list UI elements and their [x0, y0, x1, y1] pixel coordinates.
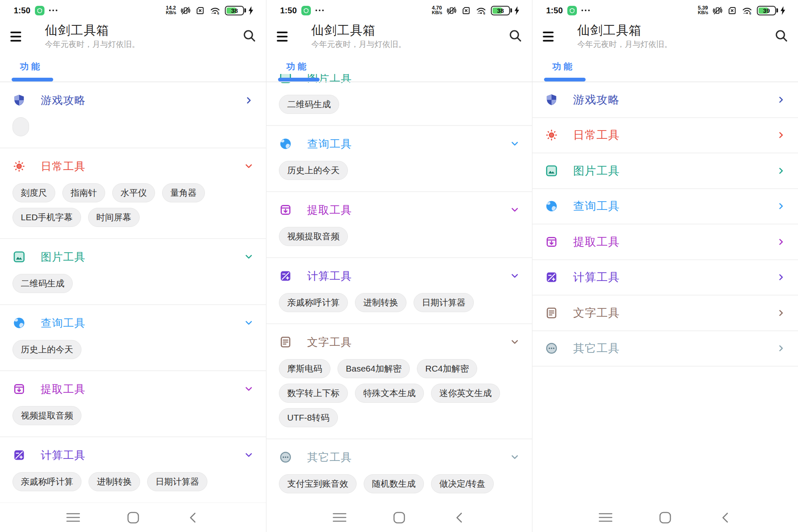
chevron-right-icon	[776, 166, 786, 175]
tool-chip[interactable]: 二维码生成	[279, 95, 339, 114]
home-button[interactable]	[392, 511, 407, 524]
section-header[interactable]: 计算工具	[279, 267, 520, 285]
page-subtitle: 今年元夜时，月与灯依旧。	[45, 39, 140, 50]
page-title: 仙剑工具箱	[45, 22, 140, 38]
tool-chip[interactable]: 视频提取音频	[279, 227, 348, 246]
tool-chip[interactable]: 指南针	[62, 183, 105, 202]
row-text-tools[interactable]: 文字工具	[532, 296, 798, 331]
app-bar: 仙剑工具箱 今年元夜时，月与灯依旧。	[532, 21, 798, 54]
network-speed: 5.39KB/s	[698, 6, 708, 15]
row-image-tools[interactable]: 图片工具	[532, 153, 798, 189]
chevron-right-icon	[776, 202, 786, 211]
screen-3-collapsed: 1:50 5.39KB/s 39 仙剑工具箱 今年元夜时，月与灯依旧。 功能	[532, 0, 798, 532]
row-extract-tools[interactable]: 提取工具	[532, 224, 798, 260]
section-header[interactable]: 其它工具	[279, 448, 520, 466]
tool-chip[interactable]: 做决定/转盘	[431, 474, 494, 493]
chevron-down-icon	[244, 318, 254, 328]
home-button[interactable]	[125, 511, 141, 524]
section-game-guide: 游戏攻略	[0, 82, 266, 148]
tool-chip[interactable]: 迷你英文生成	[431, 384, 500, 403]
section-header[interactable]: 提取工具	[279, 201, 520, 219]
tab-features[interactable]: 功能	[20, 61, 42, 72]
home-button[interactable]	[658, 511, 673, 524]
tool-chip[interactable]: 量角器	[162, 183, 205, 202]
back-button[interactable]	[185, 511, 201, 524]
tool-chip[interactable]: 水平仪	[112, 183, 155, 202]
tool-chip[interactable]: 特殊文本生成	[355, 384, 424, 403]
chevron-right-icon	[776, 308, 786, 318]
screen-2-scrolled: 1:50 4.70KB/s 38 仙剑工具箱 今年元夜时，月与灯依旧。 功能	[266, 0, 532, 532]
tab-features[interactable]: 功能	[286, 61, 309, 72]
tool-chip[interactable]: UTF-8转码	[279, 408, 338, 427]
no-sim-icon	[195, 5, 205, 16]
search-button[interactable]	[508, 28, 523, 43]
tool-chip[interactable]: LED手机字幕	[12, 208, 81, 227]
chevron-down-icon	[510, 337, 520, 347]
chevron-right-icon	[776, 273, 786, 282]
tab-features[interactable]: 功能	[552, 61, 575, 72]
section-label: 图片工具	[41, 250, 86, 264]
row-label: 提取工具	[573, 234, 620, 249]
section-header[interactable]: 文字工具	[279, 333, 520, 351]
recents-button[interactable]	[598, 511, 613, 524]
back-button[interactable]	[717, 511, 733, 524]
sun-icon	[12, 160, 26, 173]
section-header[interactable]: 日常工具	[12, 157, 254, 175]
status-bar: 1:50 4.70KB/s 38	[266, 0, 532, 21]
tool-chip[interactable]: 随机数生成	[364, 474, 424, 493]
tool-chip[interactable]: 历史上的今天	[279, 161, 348, 180]
more-circle-icon	[279, 451, 292, 464]
exposure-icon	[279, 269, 292, 283]
wifi-icon	[209, 5, 221, 16]
section-header[interactable]: 提取工具	[12, 380, 254, 398]
shield-icon	[545, 93, 558, 106]
tool-chip[interactable]: RC4加解密	[417, 359, 477, 378]
section-header[interactable]: 查询工具	[279, 135, 520, 153]
tool-chip[interactable]: 时间屏幕	[88, 208, 140, 227]
tool-chip[interactable]: 历史上的今天	[12, 340, 81, 359]
tool-chip[interactable]: 日期计算器	[147, 472, 207, 491]
section-label: 文字工具	[307, 335, 352, 350]
navigation-bar	[0, 503, 266, 532]
section-header[interactable]: 图片工具	[12, 248, 254, 266]
recents-button[interactable]	[332, 511, 347, 524]
chevron-right-icon	[776, 237, 786, 246]
section-query-tools: 查询工具 历史上的今天	[0, 305, 266, 371]
tool-chip[interactable]: 亲戚称呼计算	[12, 472, 81, 491]
menu-button[interactable]	[543, 32, 554, 42]
tool-chip[interactable]: 进制转换	[89, 472, 140, 491]
tool-chip[interactable]: 日期计算器	[414, 293, 474, 312]
screen-1-expanded: 1:50 14.2KB/s 38 仙剑工具箱 今年元夜时，月与灯依旧。 功能	[0, 0, 266, 532]
page-title: 仙剑工具箱	[577, 22, 672, 38]
clock: 1:50	[14, 6, 30, 15]
search-button[interactable]	[774, 28, 789, 43]
recents-button[interactable]	[65, 511, 81, 524]
row-query-tools[interactable]: 查询工具	[532, 189, 798, 225]
row-daily-tools[interactable]: 日常工具	[532, 118, 798, 154]
tool-chip[interactable]: 亲戚称呼计算	[279, 293, 348, 312]
tool-chip[interactable]: 数字转上下标	[279, 384, 348, 403]
menu-button[interactable]	[10, 32, 21, 42]
tool-chip[interactable]: 进制转换	[355, 293, 406, 312]
tool-chip[interactable]: 视频提取音频	[12, 406, 81, 425]
section-label: 游戏攻略	[41, 93, 86, 108]
tool-chip[interactable]: 支付宝到账音效	[279, 474, 357, 493]
menu-button[interactable]	[277, 32, 288, 42]
row-calc-tools[interactable]: 计算工具	[532, 260, 798, 296]
security-app-icon	[567, 6, 577, 15]
status-bar: 1:50 14.2KB/s 38	[0, 0, 266, 21]
tool-chip[interactable]: 二维码生成	[12, 274, 73, 293]
row-label: 查询工具	[573, 199, 620, 214]
tool-chip[interactable]: 刻度尺	[12, 183, 55, 202]
tool-chip[interactable]: 摩斯电码	[279, 359, 330, 378]
search-button[interactable]	[242, 28, 257, 43]
tool-chip[interactable]: Base64加解密	[337, 359, 410, 378]
row-game-guide[interactable]: 游戏攻略	[532, 82, 798, 118]
back-button[interactable]	[451, 511, 467, 524]
row-other-tools[interactable]: 其它工具	[532, 331, 798, 367]
section-header[interactable]: 计算工具	[12, 446, 254, 464]
section-header[interactable]: 游戏攻略	[12, 91, 254, 109]
page-title: 仙剑工具箱	[311, 22, 406, 38]
exposure-icon	[12, 448, 26, 462]
section-header[interactable]: 查询工具	[12, 314, 254, 332]
